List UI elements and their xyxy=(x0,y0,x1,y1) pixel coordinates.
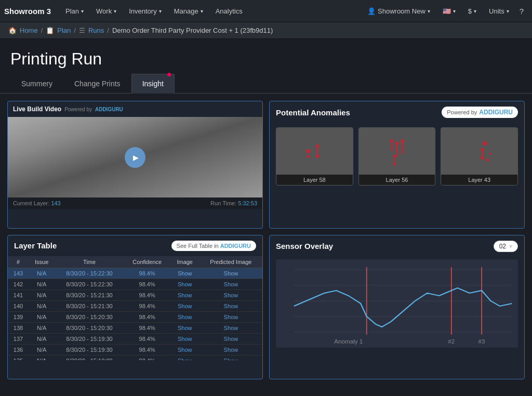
svg-point-2 xyxy=(307,155,310,158)
page-title: Printing Run xyxy=(10,49,522,69)
breadcrumb-current: Demo Order Third Party Provider Cost + 1… xyxy=(112,27,273,34)
nav-analytics[interactable]: Analytics xyxy=(209,0,249,22)
predicted-link[interactable]: Show xyxy=(200,322,262,333)
image-link[interactable]: Show xyxy=(170,344,200,355)
row-issue: N/A xyxy=(29,355,55,360)
row-confidence: 98.4% xyxy=(124,322,170,333)
layer-table-title: Layer Table xyxy=(14,241,57,250)
svg-point-22 xyxy=(488,153,491,155)
nav-inventory[interactable]: Inventory ▾ xyxy=(123,0,167,22)
tab-change-prints[interactable]: Change Prints xyxy=(63,74,131,94)
sensor-select-arrow: ▾ xyxy=(509,243,512,250)
table-wrapper[interactable]: # Issue Time Confidence Image Predicted … xyxy=(8,256,262,360)
row-issue: N/A xyxy=(29,344,55,355)
nav-units[interactable]: Units ▾ xyxy=(483,0,515,22)
predicted-link[interactable]: Show xyxy=(200,268,262,279)
main-content: Live Build Video Powered by ADDIGURU Cur… xyxy=(0,94,532,387)
row-confidence: 98.4% xyxy=(124,355,170,360)
brand-logo[interactable]: Showroom 3 xyxy=(4,7,51,16)
nav-right: 👤 Showroom New ▾ 🇺🇸 ▾ $ ▾ Units ▾ ? xyxy=(361,0,528,22)
runtime-value: 5:32:53 xyxy=(238,200,257,206)
see-full-text: See Full Table in xyxy=(177,243,219,249)
image-link[interactable]: Show xyxy=(170,322,200,333)
image-link[interactable]: Show xyxy=(170,355,200,360)
anomaly-img-43 xyxy=(441,128,517,175)
svg-point-15 xyxy=(393,163,396,166)
svg-text:#2: #2 xyxy=(448,338,455,344)
see-full-button[interactable]: See Full Table in ADDIGURU xyxy=(171,241,256,251)
row-confidence: 98.4% xyxy=(124,311,170,322)
sensor-select-value: 02 xyxy=(499,243,506,250)
anomaly-label-43: Layer 43 xyxy=(441,175,517,185)
home-icon: 🏠 xyxy=(8,27,17,34)
table-row: 143N/A8/30/20 - 15:22:3098.4%ShowShow xyxy=(8,268,262,279)
video-footer: Current Layer: 143 Run Time: 5:32:53 xyxy=(8,197,262,209)
predicted-link[interactable]: Show xyxy=(200,279,262,289)
anomaly-thumb-56[interactable]: Layer 56 xyxy=(358,127,436,186)
nav-currency[interactable]: $ ▾ xyxy=(462,0,483,22)
svg-rect-16 xyxy=(454,128,506,175)
row-issue: N/A xyxy=(29,322,55,333)
anomaly-label-58: Layer 58 xyxy=(276,175,353,185)
predicted-link[interactable]: Show xyxy=(200,333,262,344)
nav-plan[interactable]: Plan ▾ xyxy=(59,0,90,22)
image-link[interactable]: Show xyxy=(170,289,200,300)
addiguru-brand: ADDIGURU xyxy=(479,109,513,116)
nav-flag[interactable]: 🇺🇸 ▾ xyxy=(436,0,462,22)
video-title: Live Build Video xyxy=(13,105,61,113)
image-link[interactable]: Show xyxy=(170,268,200,279)
predicted-link[interactable]: Show xyxy=(200,311,262,322)
svg-point-4 xyxy=(316,144,319,148)
anomaly-thumb-43[interactable]: Layer 43 xyxy=(441,127,518,186)
anomaly-images: Layer 58 xyxy=(270,123,524,192)
breadcrumb-sep2: / xyxy=(74,27,76,34)
nav-help[interactable]: ? xyxy=(515,7,528,16)
nav-work-arrow: ▾ xyxy=(114,8,116,14)
breadcrumb-home[interactable]: Home xyxy=(20,27,38,34)
anomaly-thumb-58[interactable]: Layer 58 xyxy=(276,127,353,186)
predicted-link[interactable]: Show xyxy=(200,355,262,360)
col-issue: Issue xyxy=(29,256,55,268)
video-body[interactable] xyxy=(8,117,262,197)
svg-point-11 xyxy=(395,142,398,145)
row-issue: N/A xyxy=(29,311,55,322)
anomalies-panel: Potential Anomalies Powered by ADDIGURU xyxy=(269,101,525,229)
flag-arrow: ▾ xyxy=(453,8,456,14)
plan-icon: 📋 xyxy=(46,27,54,34)
anomaly-svg-43 xyxy=(454,128,506,175)
nav-manage[interactable]: Manage ▾ xyxy=(168,0,209,22)
row-time: 8/30/20 - 15:19:30 xyxy=(55,333,124,344)
row-confidence: 98.4% xyxy=(124,300,170,311)
video-powered-text: Powered by xyxy=(64,107,92,112)
row-time: 8/30/20 - 15:21:30 xyxy=(55,289,124,300)
nav-showroom-new[interactable]: 👤 Showroom New ▾ xyxy=(361,0,436,22)
predicted-link[interactable]: Show xyxy=(200,344,262,355)
powered-by-text: Powered by xyxy=(447,109,477,115)
svg-text:Anomaly 1: Anomaly 1 xyxy=(334,338,363,344)
nav-work[interactable]: Work ▾ xyxy=(90,0,123,22)
see-full-brand: ADDIGURU xyxy=(220,243,251,249)
play-button[interactable] xyxy=(125,147,145,168)
svg-point-1 xyxy=(306,149,310,153)
col-image: Image xyxy=(170,256,200,268)
image-link[interactable]: Show xyxy=(170,279,200,289)
breadcrumb-runs[interactable]: Runs xyxy=(88,27,104,34)
image-link[interactable]: Show xyxy=(170,311,200,322)
table-head: # Issue Time Confidence Image Predicted … xyxy=(8,256,262,268)
svg-point-5 xyxy=(316,155,319,158)
anomaly-label-56: Layer 56 xyxy=(359,175,435,185)
sensor-select[interactable]: 02 ▾ xyxy=(494,241,518,252)
col-time: Time xyxy=(55,256,124,268)
breadcrumb-plan[interactable]: Plan xyxy=(57,27,71,34)
image-link[interactable]: Show xyxy=(170,333,200,344)
predicted-link[interactable]: Show xyxy=(200,300,262,311)
breadcrumb-sep1: / xyxy=(41,27,43,34)
svg-point-19 xyxy=(481,148,484,151)
col-confidence: Confidence xyxy=(124,256,170,268)
tab-insight[interactable]: Insight xyxy=(131,74,175,94)
tab-summery[interactable]: Summery xyxy=(10,74,63,94)
image-link[interactable]: Show xyxy=(170,300,200,311)
predicted-link[interactable]: Show xyxy=(200,289,262,300)
nav-manage-arrow: ▾ xyxy=(201,8,203,14)
svg-point-20 xyxy=(481,156,484,160)
